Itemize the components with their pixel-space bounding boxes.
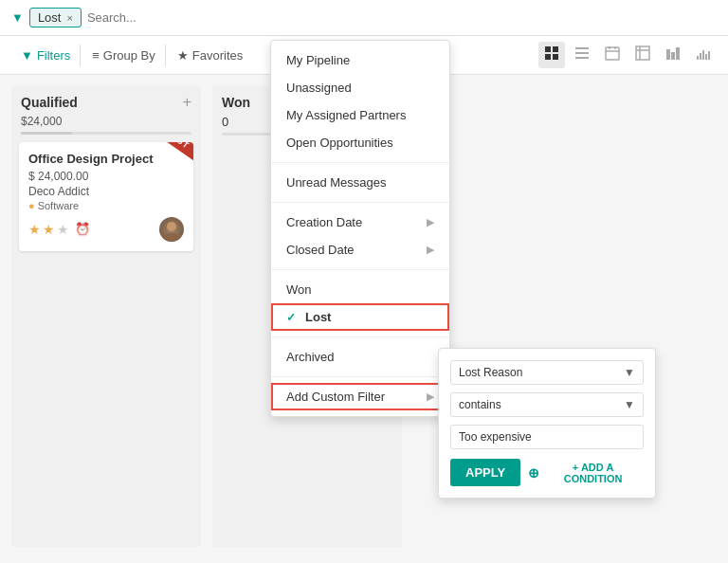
card-title: Office Design Project: [28, 152, 184, 166]
star-icon: ★: [177, 48, 189, 63]
svg-rect-0: [545, 46, 551, 52]
svg-rect-18: [700, 53, 701, 60]
kanban-card-office-design[interactable]: Office Design Project $ 24,000.00 Deco A…: [19, 142, 193, 251]
filters-dropdown: My Pipeline Unassigned My Assigned Partn…: [270, 40, 450, 417]
filter-closed-date[interactable]: Closed Date ▶: [271, 236, 449, 263]
star-3: ★: [57, 222, 69, 237]
filter-group-5: Archived: [271, 337, 449, 377]
svg-rect-20: [705, 54, 707, 60]
col-amount-qualified: $24,000: [11, 115, 201, 132]
filter-creation-date[interactable]: Creation Date ▶: [271, 209, 449, 236]
cf-operator-row: contains ▼: [450, 392, 644, 417]
avatar: [159, 217, 184, 242]
filter-won[interactable]: Won: [271, 276, 449, 303]
star-2: ★: [43, 222, 55, 237]
filter-group-1: My Pipeline Unassigned My Assigned Partn…: [271, 41, 449, 163]
filter-tag-label: Lost: [38, 10, 62, 25]
cf-value-input[interactable]: Too expensive: [450, 425, 644, 449]
filter-group-custom: Add Custom Filter ▶: [271, 377, 449, 416]
card-stars: ★ ★ ★ ⏰: [28, 222, 90, 237]
svg-rect-14: [666, 49, 670, 60]
svg-point-22: [167, 222, 176, 231]
pivot-view-button[interactable]: [629, 42, 656, 68]
card-footer: ★ ★ ★ ⏰: [28, 217, 184, 242]
plus-icon: ⊕: [528, 465, 539, 481]
svg-rect-17: [697, 56, 699, 60]
arrow-icon: ▶: [427, 244, 434, 256]
cf-field-row: Lost Reason ▼: [450, 360, 644, 385]
add-custom-filter-item[interactable]: Add Custom Filter ▶: [271, 383, 449, 410]
kanban-col-qualified: Qualified + $24,000 Office Design Projec…: [11, 86, 201, 547]
col-title-won: Won: [222, 95, 250, 110]
cf-value-row: Too expensive: [450, 425, 644, 449]
cf-actions: APPLY ⊕ + ADD A CONDITION: [450, 459, 644, 486]
filter-my-assigned-partners[interactable]: My Assigned Partners: [271, 101, 449, 129]
star-1: ★: [28, 222, 41, 237]
filter-archived[interactable]: Archived: [271, 343, 449, 371]
add-condition-button[interactable]: ⊕ + ADD A CONDITION: [528, 462, 644, 484]
svg-rect-6: [575, 57, 589, 59]
filter-my-pipeline[interactable]: My Pipeline: [271, 46, 449, 74]
groupby-icon: ≡: [92, 48, 100, 63]
card-company: Deco Addict: [28, 185, 184, 198]
filter-lost[interactable]: ✓ Lost: [271, 303, 449, 331]
col-progress-qualified: [21, 132, 191, 135]
cf-field-select[interactable]: Lost Reason ▼: [450, 360, 644, 385]
favorites-button[interactable]: ★ Favorites: [168, 45, 252, 66]
list-view-button[interactable]: [569, 42, 595, 68]
svg-rect-19: [702, 50, 704, 60]
mini-chart-view-button[interactable]: [690, 42, 717, 68]
svg-rect-4: [575, 47, 589, 49]
toolbar-right: [538, 42, 717, 68]
toolbar-left: ▼ Filters ≡ Group By ★ Favorites: [11, 45, 252, 66]
arrow-icon: ▶: [427, 216, 434, 228]
filter-group-2: Unread Messages: [271, 163, 449, 203]
col-title-qualified: Qualified: [21, 95, 78, 110]
filter-tag-lost[interactable]: Lost ×: [29, 8, 82, 27]
filter-unread-messages[interactable]: Unread Messages: [271, 169, 449, 196]
svg-rect-21: [708, 51, 710, 60]
search-input[interactable]: [87, 10, 717, 25]
dropdown-arrow-icon: ▼: [624, 366, 635, 379]
svg-rect-11: [636, 46, 649, 60]
filter-icon: ▼: [21, 48, 33, 63]
kanban-view-button[interactable]: [538, 42, 565, 68]
clock-icon: ⏰: [75, 222, 90, 237]
svg-rect-15: [671, 52, 675, 60]
col-add-qualified[interactable]: +: [183, 94, 191, 111]
calendar-view-button[interactable]: [599, 42, 626, 68]
svg-rect-2: [545, 54, 551, 60]
filter-group-4: Won ✓ Lost: [271, 270, 449, 337]
card-amount: $ 24,000.00: [28, 170, 184, 183]
filter-open-opportunities[interactable]: Open Opportunities: [271, 129, 449, 156]
submenu-arrow-icon: ▶: [427, 390, 434, 403]
check-icon: ✓: [286, 311, 296, 324]
card-tag: Software: [28, 200, 184, 211]
cf-operator-select[interactable]: contains ▼: [450, 392, 644, 417]
svg-point-23: [164, 233, 179, 242]
funnel-icon: ▼: [11, 10, 24, 25]
apply-button[interactable]: APPLY: [450, 459, 520, 486]
dropdown-arrow-icon: ▼: [624, 398, 635, 411]
top-bar: ▼ Lost ×: [0, 0, 728, 36]
svg-rect-1: [553, 46, 558, 52]
custom-filter-submenu: Lost Reason ▼ contains ▼ Too expensive A…: [438, 348, 656, 499]
svg-rect-7: [606, 47, 619, 60]
filter-group-3: Creation Date ▶ Closed Date ▶: [271, 203, 449, 270]
svg-rect-16: [676, 47, 680, 60]
bar-chart-view-button[interactable]: [660, 42, 686, 68]
filter-tag-close[interactable]: ×: [66, 12, 72, 24]
filter-unassigned[interactable]: Unassigned: [271, 74, 449, 101]
svg-rect-5: [575, 52, 589, 54]
svg-rect-3: [553, 54, 558, 60]
groupby-button[interactable]: ≡ Group By: [82, 45, 166, 66]
filters-button[interactable]: ▼ Filters: [11, 45, 81, 66]
